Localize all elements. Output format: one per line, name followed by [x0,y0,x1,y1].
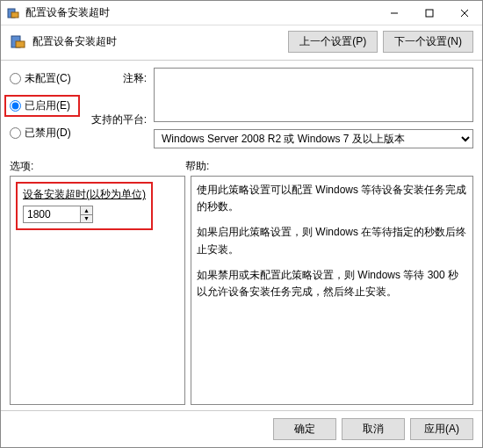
radio-enabled-label: 已启用(E) [25,98,70,113]
options-pane: 设备安装超时(以秒为单位) ▲ ▼ [10,176,185,405]
radio-disabled[interactable]: 已禁用(D) [10,126,80,141]
platform-select[interactable]: Windows Server 2008 R2 或 Windows 7 及以上版本 [154,129,473,148]
titlebar: 配置设备安装超时 [1,1,482,25]
policy-icon [10,33,27,51]
next-setting-button[interactable]: 下一个设置(N) [383,31,473,53]
svg-rect-3 [426,10,433,17]
radio-not-configured-input[interactable] [10,73,21,84]
radio-enabled-input[interactable] [10,100,21,112]
apply-button[interactable]: 应用(A) [410,418,473,440]
config-area: 未配置(C) 已启用(E) 已禁用(D) 注释: 支持的平台: Windows … [1,61,482,154]
timeout-input[interactable] [24,206,80,222]
minimize-button[interactable] [377,1,412,25]
spin-up-button[interactable]: ▲ [81,206,92,215]
radio-enabled[interactable]: 已启用(E) [4,95,80,117]
close-button[interactable] [447,1,482,25]
help-pane: 使用此策略设置可以配置 Windows 等待设备安装任务完成的秒数。 如果启用此… [191,176,473,405]
mid-labels: 选项: 帮助: [1,154,482,176]
svg-rect-1 [11,12,18,18]
window: 配置设备安装超时 配置设备安装超时 上一个设置(P) 下一个设置(N) [0,0,483,448]
main-area: 设备安装超时(以秒为单位) ▲ ▼ 使用此策略设置可以配置 Windows 等待… [1,176,482,410]
radio-not-configured-label: 未配置(C) [25,71,71,86]
help-heading: 帮助: [185,159,473,174]
radio-not-configured[interactable]: 未配置(C) [10,71,80,86]
timeout-spinner[interactable]: ▲ ▼ [23,206,93,223]
platform-label: 支持的平台: [87,112,147,127]
radio-disabled-input[interactable] [10,127,21,139]
cancel-button[interactable]: 取消 [342,418,405,440]
policy-title: 配置设备安装超时 [32,34,288,49]
option-highlight: 设备安装超时(以秒为单位) ▲ ▼ [16,182,153,230]
comment-label: 注释: [87,71,147,86]
footer: 确定 取消 应用(A) [1,410,482,447]
header-row: 配置设备安装超时 上一个设置(P) 下一个设置(N) [1,25,482,61]
ok-button[interactable]: 确定 [273,418,336,440]
help-text: 如果启用此策略设置，则 Windows 在等待指定的秒数后终止安装。 [197,224,467,257]
svg-rect-7 [16,41,25,47]
comment-textarea[interactable] [154,68,473,122]
maximize-button[interactable] [412,1,447,25]
spin-down-button[interactable]: ▼ [81,215,92,223]
radio-disabled-label: 已禁用(D) [25,126,71,141]
help-text: 如果禁用或未配置此策略设置，则 Windows 等待 300 秒以允许设备安装任… [197,267,467,300]
window-title: 配置设备安装超时 [25,5,377,20]
timeout-label: 设备安装超时(以秒为单位) [23,187,146,202]
help-text: 使用此策略设置可以配置 Windows 等待设备安装任务完成的秒数。 [197,182,467,215]
prev-setting-button[interactable]: 上一个设置(P) [288,31,378,53]
app-icon [6,6,20,20]
options-heading: 选项: [10,159,185,174]
window-controls [377,1,482,25]
